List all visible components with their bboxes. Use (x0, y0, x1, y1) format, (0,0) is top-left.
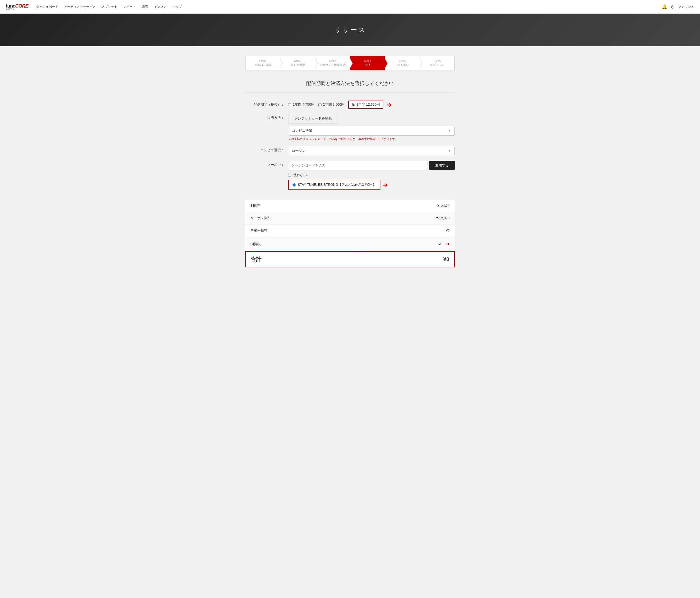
steps-nav: Step1 アルバム編集 Step2 ストア選択 Step3 アカウント情報確認… (245, 56, 455, 70)
period-option-3yr[interactable]: 3年間 12,370円 (348, 100, 383, 109)
convenience-value: ローソン (292, 149, 305, 153)
payment-method-row: 決済方法： クレジットカードを登録 コンビニ決済 ▼ ※お支払にクレジットカード… (245, 114, 455, 141)
apply-coupon-button[interactable]: 適用する (429, 161, 455, 170)
coupon-input-row: 適用する (288, 161, 455, 170)
period-label-1yr: 1年間 4,750円 (293, 102, 315, 107)
step-2-num: Step2 (294, 59, 301, 62)
step-6: Step6 サブミット (420, 56, 455, 70)
coupon-input[interactable] (288, 161, 427, 170)
step-1-num: Step1 (259, 59, 266, 62)
payment-type-dropdown[interactable]: コンビニ決済 ▼ (288, 126, 455, 136)
logo: tuneCORE JAPAN (6, 3, 28, 10)
header: tuneCORE JAPAN ダッシュボード アーティストサービス スプリット … (0, 0, 700, 14)
step-3: Step3 アカウント情報確認 (315, 56, 350, 70)
coupon-option-stay-tune[interactable]: STAY TUNE, BE STRONG【アルバム配信3年0円】 (288, 180, 380, 190)
coupon-arrow-annotation: ➜ (382, 181, 388, 189)
main-nav: ダッシュボード アーティストサービス スプリット レポート 残高 インフォ ヘル… (36, 5, 182, 9)
coupon-label: クーポン： (245, 161, 284, 167)
coupon-options: 使わない STAY TUNE, BE STRONG【アルバム配信3年0円】 ➜ (288, 173, 455, 190)
step-2-label: ストア選択 (282, 63, 313, 67)
logo-core: CORE (15, 3, 28, 8)
power-icon: ⏻ (671, 5, 674, 9)
summary-total-label: 合計 (246, 252, 364, 267)
convenience-dropdown[interactable]: ローソン ▼ (288, 146, 455, 156)
tax-arrow-annotation: ➜ (445, 241, 450, 247)
summary-discount-label: クーポン割引 (246, 212, 364, 224)
summary-tax-label: 消費税 (246, 237, 364, 252)
form-section: 配信期間（税抜）： 1年間 4,750円 2年間 8,560円 (245, 100, 455, 190)
step-4: Step4 決済 (350, 56, 385, 70)
header-right: 🔔 ⏻ アカウント (662, 4, 694, 9)
step-5-num: Step5 (399, 59, 406, 62)
coupon-stay-tune-label: STAY TUNE, BE STRONG【アルバム配信3年0円】 (298, 183, 376, 187)
account-link[interactable]: アカウント (678, 5, 694, 9)
payment-method-label: 決済方法： (245, 114, 284, 120)
summary-row-discount: クーポン割引 ¥-12,370 (246, 212, 454, 224)
coupon-control: 適用する 使わない STAY TUNE, BE STRONG【アルバム配信3年0… (288, 161, 455, 190)
step-3-label: アカウント情報確認 (317, 63, 348, 67)
summary-row-fee: 事務手数料 ¥0 (246, 224, 454, 237)
payment-method-control: クレジットカードを登録 コンビニ決済 ▼ ※お支払にクレジットカード・残高をご利… (288, 114, 455, 141)
main-content: Step1 アルバム編集 Step2 ストア選択 Step3 アカウント情報確認… (241, 56, 459, 267)
summary-usage-label: 利用料 (246, 200, 364, 212)
period-control: 1年間 4,750円 2年間 8,560円 3年間 12,370円 ➜ (288, 100, 455, 109)
nav-dashboard[interactable]: ダッシュボード (36, 5, 58, 8)
period-radio-3yr[interactable] (352, 103, 355, 106)
convenience-row: コンビニ選択： ローソン ▼ (245, 146, 455, 156)
step-6-label: サブミット (422, 63, 452, 67)
coupon-no-use-label: 使わない (293, 173, 307, 177)
period-label-2yr: 2年間 8,560円 (323, 102, 345, 107)
summary-tax-value: ¥0 (439, 242, 442, 246)
coupon-row: クーポン： 適用する 使わない STAY TUNE, BE STRONG【アルバ… (245, 161, 455, 190)
summary-discount-value: ¥-12,370 (364, 212, 454, 224)
hero-title: リリース (0, 25, 700, 34)
register-credit-card-button[interactable]: クレジットカードを登録 (288, 114, 338, 123)
payment-type-value: コンビニ決済 (292, 128, 312, 133)
summary-usage-value: ¥12,370 (364, 200, 454, 212)
nav-report[interactable]: レポート (123, 5, 136, 8)
period-option-2yr[interactable]: 2年間 8,560円 (318, 102, 345, 107)
period-label: 配信期間（税抜）： (245, 100, 284, 107)
convenience-chevron-icon: ▼ (448, 149, 451, 153)
payment-notice: ※お支払にクレジットカード・残高をご利用頂くと、事務手数料が0円になります。 (288, 137, 455, 141)
dropdown-chevron-icon: ▼ (448, 129, 451, 133)
nav-artist-service[interactable]: アーティストサービス (64, 5, 96, 8)
period-checkbox-2yr[interactable] (318, 103, 322, 106)
summary-row-usage: 利用料 ¥12,370 (246, 200, 454, 212)
coupon-option-no-use[interactable]: 使わない (288, 173, 455, 177)
step-1: Step1 アルバム編集 (245, 56, 280, 70)
nav-info[interactable]: インフォ (154, 5, 167, 8)
period-options-wrapper: 1年間 4,750円 2年間 8,560円 3年間 12,370円 ➜ (288, 100, 455, 109)
convenience-control: ローソン ▼ (288, 146, 455, 156)
step-5: Step5 決済確認 (385, 56, 420, 70)
section-title: 配信期間と決済方法を選択してください (245, 80, 455, 87)
summary-fee-value: ¥0 (364, 224, 454, 237)
summary-total-value: ¥0 (364, 252, 454, 267)
hero-banner: リリース (0, 14, 700, 46)
summary-table: 利用料 ¥12,370 クーポン割引 ¥-12,370 事務手数料 ¥0 消費税… (245, 200, 455, 267)
convenience-label: コンビニ選択： (245, 146, 284, 152)
notification-icon[interactable]: 🔔 (662, 4, 667, 9)
period-options: 1年間 4,750円 2年間 8,560円 3年間 12,370円 (288, 100, 383, 109)
nav-help[interactable]: ヘルプ (172, 5, 182, 8)
period-row: 配信期間（税抜）： 1年間 4,750円 2年間 8,560円 (245, 100, 455, 109)
coupon-radio-stay-tune[interactable] (293, 183, 296, 187)
nav-balance[interactable]: 残高 (142, 5, 148, 8)
step-4-num: Step4 (364, 59, 371, 62)
nav-split[interactable]: スプリット (101, 5, 117, 8)
step-3-num: Step3 (329, 59, 336, 62)
period-arrow-annotation: ➜ (386, 101, 392, 109)
period-option-1yr[interactable]: 1年間 4,750円 (288, 102, 315, 107)
summary-fee-label: 事務手数料 (246, 224, 364, 237)
coupon-no-use-checkbox[interactable] (288, 174, 291, 177)
step-1-label: アルバム編集 (248, 63, 278, 67)
step-6-num: Step6 (434, 59, 441, 62)
header-left: tuneCORE JAPAN ダッシュボード アーティストサービス スプリット … (6, 3, 182, 10)
step-4-label: 決済 (352, 63, 383, 67)
step-2: Step2 ストア選択 (280, 56, 315, 70)
summary-row-tax: 消費税 ¥0 ➜ (246, 237, 454, 252)
summary-row-total: 合計 ¥0 (246, 252, 454, 267)
step-5-label: 決済確認 (387, 63, 418, 67)
period-checkbox-1yr[interactable] (288, 103, 291, 106)
period-label-3yr: 3年間 12,370円 (356, 102, 380, 107)
